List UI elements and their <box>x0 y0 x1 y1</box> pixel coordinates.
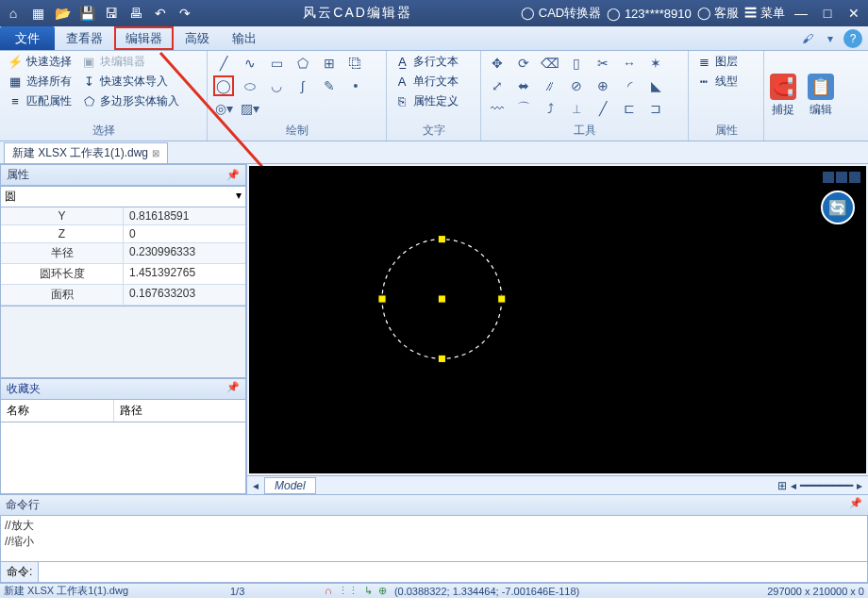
drawing-canvas[interactable]: 🔄 <box>249 166 866 473</box>
menu-file[interactable]: 文件 <box>0 26 55 50</box>
pin-icon[interactable]: 📌 <box>226 169 240 181</box>
t7[interactable]: ⊐ <box>645 98 666 119</box>
maximize-button[interactable]: □ <box>817 4 838 23</box>
mirror-tool[interactable]: ▯ <box>566 53 587 74</box>
app-icon: ⌂ <box>4 4 23 23</box>
t4[interactable]: ⟂ <box>566 98 587 119</box>
circle-tool[interactable]: ◯ <box>213 75 234 96</box>
point-tool[interactable]: • <box>345 75 366 96</box>
explode-tool[interactable]: ✶ <box>645 53 666 74</box>
quick-import[interactable]: ↧快速实体导入 <box>79 73 170 91</box>
polar-status-icon[interactable]: ⊕ <box>378 585 387 597</box>
props-selector[interactable]: 圆▾ <box>0 186 246 207</box>
svg-rect-6 <box>438 295 445 303</box>
toolbar-dropdown-icon[interactable]: ▾ <box>821 29 840 48</box>
group-draw-label: 绘制 <box>213 121 380 141</box>
status-bar: 新建 XLSX 工作表1(1).dwg 1/3 ∩ ⋮⋮ ↳ ⊕ (0.0388… <box>0 583 868 598</box>
fillet-tool[interactable]: ◜ <box>619 75 640 96</box>
extend-tool[interactable]: ↔ <box>619 53 640 74</box>
trim-tool[interactable]: ✂ <box>593 53 613 74</box>
redo-icon[interactable]: ↷ <box>175 4 194 23</box>
svg-rect-5 <box>498 295 506 303</box>
minimize-button[interactable]: — <box>791 4 811 23</box>
saveas-icon[interactable]: 🖫 <box>102 4 121 23</box>
cmd-history: //放大 //缩小 <box>0 516 868 562</box>
fav-body <box>0 422 246 494</box>
ring-tool[interactable]: ◎▾ <box>213 98 234 119</box>
attdef[interactable]: ⎘属性定义 <box>392 92 475 110</box>
menu-output[interactable]: 输出 <box>221 26 268 50</box>
group-tools-label: 工具 <box>487 121 682 141</box>
block-editor[interactable]: ▣块编辑器 <box>79 53 147 71</box>
polygon-tool[interactable]: ⬠ <box>292 53 313 74</box>
copy-tool[interactable]: ⿻ <box>345 53 366 74</box>
break-tool[interactable]: ⊘ <box>566 75 587 96</box>
join-tool[interactable]: ⊕ <box>593 75 613 96</box>
arc-tool[interactable]: ◡ <box>266 75 287 96</box>
close-button[interactable]: ✕ <box>843 4 864 23</box>
quick-select[interactable]: ⚡快速选择 <box>6 53 74 71</box>
linetype[interactable]: ┅线型 <box>694 73 758 91</box>
canvas-compass-icon[interactable]: 🔄 <box>821 191 855 224</box>
rect-tool[interactable]: ▭ <box>266 53 287 74</box>
snap-status-icon[interactable]: ∩ <box>325 585 332 597</box>
menu-link[interactable]: ☰ 菜单 <box>744 5 785 22</box>
print-icon[interactable]: 🖶 <box>126 4 145 23</box>
svg-rect-3 <box>438 355 445 362</box>
ortho-status-icon[interactable]: ↳ <box>364 585 373 597</box>
service-link[interactable]: ◯ 客服 <box>697 5 740 22</box>
grid-status-icon[interactable]: ⋮⋮ <box>338 585 359 597</box>
ellipse-tool[interactable]: ⬭ <box>240 75 260 96</box>
t2[interactable]: ⌒ <box>513 98 534 119</box>
polyline-tool[interactable]: ∿ <box>240 53 260 74</box>
brush-tool[interactable]: ✎ <box>319 75 340 96</box>
edit-button[interactable]: 📋 编辑 <box>802 51 840 141</box>
snap-button[interactable]: 🧲 捕捉 <box>764 51 802 141</box>
convert-link[interactable]: ◯ CAD转换器 <box>521 5 601 22</box>
document-tabs: 新建 XLSX 工作表1(1).dwg⊠ <box>0 141 868 164</box>
erase-tool[interactable]: ⌫ <box>540 53 560 74</box>
chamfer-tool[interactable]: ◣ <box>645 75 666 96</box>
stext[interactable]: A单行文本 <box>392 73 475 91</box>
pin-icon[interactable]: 📌 <box>849 497 862 513</box>
menu-viewer[interactable]: 查看器 <box>55 26 114 50</box>
match-props[interactable]: ≡匹配属性 <box>6 92 74 110</box>
toolbar-paint-icon[interactable]: 🖌 <box>798 29 817 48</box>
status-coord: (0.0388322; 1.334464; -7.001646E-118) <box>394 586 579 597</box>
spline-tool[interactable]: ∫ <box>292 75 313 96</box>
pin-icon[interactable]: 📌 <box>226 381 240 397</box>
move-tool[interactable]: ✥ <box>487 53 508 74</box>
close-tab-icon[interactable]: ⊠ <box>152 148 159 158</box>
toolbar-help-icon[interactable]: ? <box>843 29 862 48</box>
array-tool[interactable]: ⊞ <box>319 53 340 74</box>
stretch-tool[interactable]: ⬌ <box>513 75 534 96</box>
cmd-prompt: 命令: <box>1 562 39 582</box>
menu-editor[interactable]: 编辑器 <box>114 26 174 50</box>
fav-header: 收藏夹📌 <box>0 378 246 400</box>
fav-col-name: 名称 <box>1 400 114 422</box>
t1[interactable]: 〰 <box>487 98 508 119</box>
canvas-controls[interactable] <box>823 172 860 183</box>
save-icon[interactable]: 💾 <box>77 4 96 23</box>
t3[interactable]: ⤴ <box>540 98 560 119</box>
t5[interactable]: ╱ <box>593 98 613 119</box>
offset-tool[interactable]: ⫽ <box>540 75 560 96</box>
layers[interactable]: ≣图层 <box>694 53 758 71</box>
file-tab[interactable]: 新建 XLSX 工作表1(1).dwg⊠ <box>4 142 168 163</box>
poly-import[interactable]: ⬠多边形实体输入 <box>79 92 181 110</box>
undo-icon[interactable]: ↶ <box>151 4 170 23</box>
t6[interactable]: ⊏ <box>619 98 640 119</box>
user-label[interactable]: ◯ 123****8910 <box>607 7 691 21</box>
mtext[interactable]: A̲多行文本 <box>392 53 475 71</box>
menu-advanced[interactable]: 高级 <box>174 26 221 50</box>
open-icon[interactable]: 📂 <box>53 4 72 23</box>
rotate-tool[interactable]: ⟳ <box>513 53 534 74</box>
line-tool[interactable]: ╱ <box>213 53 234 74</box>
cmd-header: 命令行📌 <box>0 495 868 516</box>
hatch-tool[interactable]: ▨▾ <box>240 98 260 119</box>
new-icon[interactable]: ▦ <box>28 4 47 23</box>
scale-tool[interactable]: ⤢ <box>487 75 508 96</box>
cmd-input[interactable] <box>39 562 867 582</box>
svg-rect-2 <box>438 236 445 243</box>
select-all[interactable]: ▦选择所有 <box>6 73 74 91</box>
